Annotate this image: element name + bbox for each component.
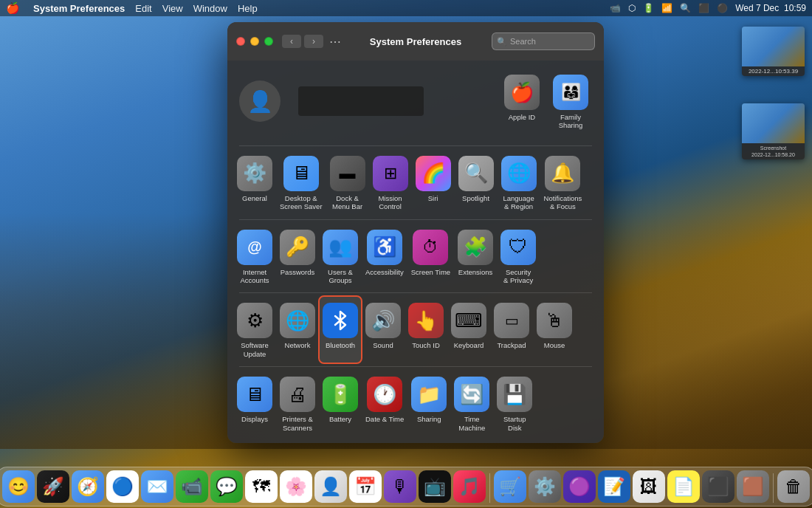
- pref-passwords[interactable]: 🔑 Passwords: [277, 224, 318, 289]
- screenshot-label-2: Screenshot2022-12...10:58.20: [742, 143, 805, 159]
- pref-bluetooth[interactable]: Bluetooth: [320, 297, 361, 363]
- siri-icon[interactable]: ⚫: [717, 3, 728, 13]
- dock-maps[interactable]: 🗺: [245, 470, 278, 503]
- pref-startup[interactable]: 💾 StartupDisk: [494, 371, 535, 436]
- menu-window[interactable]: Window: [193, 3, 227, 14]
- grid-view-button[interactable]: ⋯: [329, 35, 341, 49]
- dock: 😊 🚀 🧭 🔵 ✉️ 📹 💬 🗺 🌸 👤 📅 🎙 📺 🎵 🛒 ⚙️ 🟣 📝 🖼 …: [0, 467, 812, 507]
- startup-label: StartupDisk: [503, 415, 526, 432]
- pref-keyboard[interactable]: ⌨ Keyboard: [448, 297, 489, 363]
- dock-separator: [489, 473, 490, 503]
- pref-language[interactable]: 🌐 Language& Region: [498, 150, 540, 216]
- window-nav: ‹ ›: [282, 35, 323, 48]
- minimize-button[interactable]: [250, 37, 259, 46]
- dock-unknown2[interactable]: 🟫: [737, 470, 769, 503]
- dock-finder[interactable]: 😊: [2, 470, 35, 503]
- profile-section[interactable]: 👤 🍎 Apple ID 👨‍👩‍👧 FamilySharing: [227, 61, 604, 143]
- sharing-label: Sharing: [417, 415, 441, 423]
- pref-sound[interactable]: 🔊 Sound: [362, 297, 404, 363]
- dock-preview[interactable]: 🖼: [633, 470, 665, 503]
- dock-music[interactable]: 🎵: [453, 470, 486, 503]
- apple-id-icon: 🍎: [504, 75, 540, 110]
- mission-label: MissionControl: [378, 194, 402, 211]
- dock-chrome[interactable]: 🔵: [106, 470, 139, 503]
- dock-sysprefs[interactable]: ⚙️: [529, 470, 561, 503]
- pref-mission[interactable]: ⊞ MissionControl: [370, 150, 411, 216]
- dock-word[interactable]: 📝: [598, 470, 630, 503]
- top-prefs: 🍎 Apple ID 👨‍👩‍👧 FamilySharing: [500, 68, 592, 135]
- dock-launchpad[interactable]: 🚀: [37, 470, 69, 503]
- pref-accessibility[interactable]: ♿ Accessibility: [362, 224, 407, 289]
- dock-messages[interactable]: 💬: [210, 470, 243, 503]
- search-icon: 🔍: [497, 37, 507, 47]
- dock-appletv[interactable]: 📺: [419, 470, 451, 503]
- pref-timemachine[interactable]: 🔄 TimeMachine: [451, 371, 492, 436]
- pref-sw-update[interactable]: ⚙ SoftwareUpdate: [234, 297, 275, 363]
- family-sharing-label: FamilySharing: [559, 113, 583, 130]
- dock-mail[interactable]: ✉️: [141, 470, 173, 503]
- forward-button[interactable]: ›: [304, 35, 323, 48]
- dock-podcasts[interactable]: 🎙: [384, 470, 416, 503]
- back-button[interactable]: ‹: [282, 35, 301, 48]
- pref-internet[interactable]: @ InternetAccounts: [234, 224, 275, 289]
- mouse-icon: 🖱: [537, 303, 572, 338]
- pref-battery[interactable]: 🔋 Battery: [320, 371, 361, 436]
- pref-extensions[interactable]: 🧩 Extensions: [455, 224, 496, 289]
- extensions-icon: 🧩: [458, 230, 493, 265]
- dock-unknown1[interactable]: ⬛: [702, 470, 734, 503]
- pref-sharing[interactable]: 📁 Sharing: [408, 371, 450, 436]
- pref-dock[interactable]: ▬ Dock &Menu Bar: [327, 150, 368, 216]
- system-preferences-window: ‹ › ⋯ System Preferences 🔍 Search 👤 🍎 Ap…: [227, 22, 604, 443]
- network-label: Network: [285, 341, 311, 349]
- screenshot-label-1: 2022-12...10:53.39: [742, 66, 805, 76]
- pref-displays[interactable]: 🖥 Displays: [234, 371, 275, 436]
- passwords-label: Passwords: [281, 268, 314, 276]
- menu-edit[interactable]: Edit: [135, 3, 151, 14]
- search-menu-icon[interactable]: 🔍: [680, 3, 691, 13]
- dock-photos[interactable]: 🌸: [280, 470, 312, 503]
- pref-notifs[interactable]: 🔔 Notifications& Focus: [541, 150, 585, 216]
- search-bar[interactable]: 🔍 Search: [492, 32, 595, 50]
- pref-network[interactable]: 🌐 Network: [277, 297, 318, 363]
- dock-calendar[interactable]: 📅: [349, 470, 382, 503]
- dock-teams[interactable]: 🟣: [563, 470, 596, 503]
- pref-trackpad[interactable]: ▭ Trackpad: [491, 297, 532, 363]
- dock-notes[interactable]: 📄: [667, 470, 700, 503]
- desktop-screenshot-1[interactable]: 2022-12...10:53.39: [742, 27, 805, 76]
- pref-touchid[interactable]: 👆 Touch ID: [405, 297, 447, 363]
- menu-help[interactable]: Help: [238, 3, 258, 14]
- pref-mouse[interactable]: 🖱 Mouse: [534, 297, 575, 363]
- menu-view[interactable]: View: [162, 3, 183, 14]
- dock-appstore[interactable]: 🛒: [494, 470, 526, 503]
- pref-users[interactable]: 👥 Users &Groups: [320, 224, 361, 289]
- pref-spotlight[interactable]: 🔍 Spotlight: [455, 150, 497, 216]
- displays-icon: 🖥: [237, 377, 272, 412]
- screen-icon: ⬛: [698, 3, 709, 13]
- pref-datetime[interactable]: 🕐 Date & Time: [362, 371, 407, 436]
- divider-3: [239, 292, 592, 293]
- bluetooth-pref-icon: [323, 303, 358, 338]
- internet-icon: @: [237, 230, 272, 265]
- pref-apple-id[interactable]: 🍎 Apple ID: [501, 69, 543, 134]
- dock-contacts[interactable]: 👤: [314, 470, 347, 503]
- wifi-icon: 📶: [661, 3, 672, 13]
- touchid-label: Touch ID: [412, 341, 440, 349]
- pref-printers[interactable]: 🖨 Printers &Scanners: [277, 371, 318, 436]
- accessibility-label: Accessibility: [365, 268, 404, 276]
- pref-siri[interactable]: 🌈 Siri: [413, 150, 454, 216]
- pref-security[interactable]: 🛡 Security& Privacy: [498, 224, 539, 289]
- keyboard-icon: ⌨: [451, 303, 486, 338]
- dock-trash[interactable]: 🗑: [777, 470, 810, 503]
- apple-menu-icon[interactable]: 🍎: [6, 1, 20, 15]
- pref-general[interactable]: ⚙️ General: [234, 150, 275, 216]
- pref-desktop[interactable]: 🖥 Desktop &Screen Saver: [277, 150, 326, 216]
- dock-safari[interactable]: 🧭: [72, 470, 104, 503]
- dock-facetime[interactable]: 📹: [176, 470, 208, 503]
- pref-screentime[interactable]: ⏱ Screen Time: [408, 224, 453, 289]
- close-button[interactable]: [236, 37, 245, 46]
- mission-icon: ⊞: [373, 156, 408, 191]
- maximize-button[interactable]: [264, 37, 273, 46]
- desktop-screenshot-2[interactable]: Screenshot2022-12...10:58.20: [742, 103, 805, 159]
- pref-family-sharing[interactable]: 👨‍👩‍👧 FamilySharing: [550, 69, 591, 134]
- extensions-label: Extensions: [458, 268, 492, 276]
